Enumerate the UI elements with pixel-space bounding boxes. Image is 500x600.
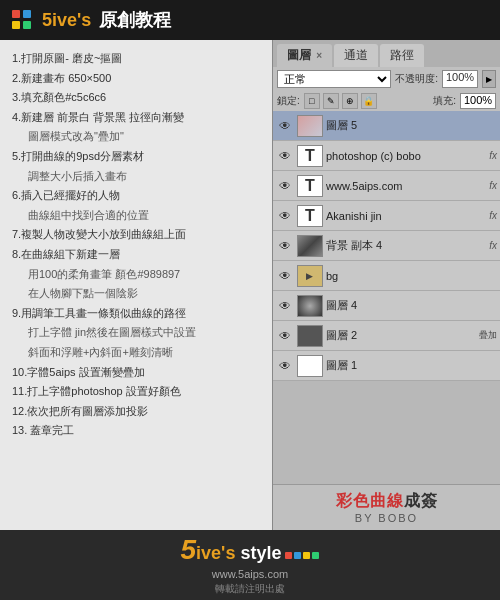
visibility-eye-www5aips[interactable]: 👁 bbox=[276, 177, 294, 195]
fill-label: 填充: bbox=[433, 94, 456, 108]
visibility-eye-layer2[interactable]: 👁 bbox=[276, 327, 294, 345]
layer-item-layer1[interactable]: 👁 圖層 1 bbox=[273, 351, 500, 381]
instruction-6a: 曲線組中找到合適的位置 bbox=[12, 207, 260, 225]
instruction-12: 12.依次把所有圖層添加投影 bbox=[12, 403, 260, 421]
instruction-8a: 用100的柔角畫筆 顏色#989897 bbox=[12, 266, 260, 284]
sig-dark-part: 成簽 bbox=[404, 492, 438, 509]
visibility-eye-bg-copy4[interactable]: 👁 bbox=[276, 237, 294, 255]
instruction-4: 4.新建層 前景白 背景黑 拉徑向漸變 bbox=[12, 109, 260, 127]
visibility-eye-akanishi[interactable]: 👁 bbox=[276, 207, 294, 225]
layer-name-akanishi: Akanishi jin bbox=[326, 210, 487, 222]
instruction-4a: 圖層模式改為"疊加" bbox=[12, 128, 260, 146]
lock-paint-icon[interactable]: ✎ bbox=[323, 93, 339, 109]
visibility-eye-layer4[interactable]: 👁 bbox=[276, 297, 294, 315]
instruction-9a: 打上字體 jin然後在圖層樣式中設置 bbox=[12, 324, 260, 342]
layer-fx-www5aips: fx bbox=[489, 180, 497, 191]
footer-logo: 5 ive's style bbox=[181, 534, 320, 566]
visibility-eye-layer1[interactable]: 👁 bbox=[276, 357, 294, 375]
tab-paths[interactable]: 路徑 bbox=[380, 44, 424, 67]
layer-thumb-photoshop-bobo: T bbox=[297, 145, 323, 167]
instruction-5: 5.打開曲線的9psd分層素材 bbox=[12, 148, 260, 166]
tab-layers[interactable]: 圖層 × bbox=[277, 44, 332, 67]
signature-main: 彩色曲線成簽 bbox=[281, 491, 492, 512]
instruction-8b: 在人物腳下點一個陰影 bbox=[12, 285, 260, 303]
footer-copyright: 轉載請注明出處 bbox=[215, 582, 285, 596]
header-subtitle: 原創教程 bbox=[99, 8, 171, 32]
layer-name-www5aips: www.5aips.com bbox=[326, 180, 487, 192]
footer-dot-blue bbox=[294, 552, 301, 559]
lock-move-icon[interactable]: ⊕ bbox=[342, 93, 358, 109]
opacity-value[interactable]: 100% bbox=[442, 70, 478, 88]
instruction-10: 10.字體5aips 設置漸變疊加 bbox=[12, 364, 260, 382]
content-area: 1.打開原圖- 磨皮~摳圖 2.新建畫布 650×500 3.填充顏色#c5c6… bbox=[0, 40, 500, 530]
layer-item-bg-copy4[interactable]: 👁 背景 副本 4 fx bbox=[273, 231, 500, 261]
instruction-7: 7.複製人物改變大小放到曲線組上面 bbox=[12, 226, 260, 244]
footer: 5 ive's style www.5aips.com 轉載請注明出處 bbox=[0, 530, 500, 600]
layer-thumb-layer1 bbox=[297, 355, 323, 377]
instructions-panel: 1.打開原圖- 磨皮~摳圖 2.新建畫布 650×500 3.填充顏色#c5c6… bbox=[0, 40, 272, 530]
instruction-13: 13. 蓋章完工 bbox=[12, 422, 260, 440]
logo-dot-blue bbox=[23, 10, 31, 18]
blend-mode-select[interactable]: 正常 bbox=[277, 70, 391, 88]
layer-thumb-akanishi: T bbox=[297, 205, 323, 227]
visibility-eye-layer5[interactable]: 👁 bbox=[276, 117, 294, 135]
layer-name-layer4: 圖層 4 bbox=[326, 298, 497, 313]
instruction-11: 11.打上字體photoshop 設置好顏色 bbox=[12, 383, 260, 401]
panel-tabs: 圖層 × 通道 路徑 bbox=[273, 40, 500, 67]
layer-item-bg-folder[interactable]: 👁 ▶ bg bbox=[273, 261, 500, 291]
instruction-6: 6.插入已經擺好的人物 bbox=[12, 187, 260, 205]
layer-item-layer2[interactable]: 👁 圖層 2 疊加 bbox=[273, 321, 500, 351]
layer-thumb-bg-copy4 bbox=[297, 235, 323, 257]
visibility-eye-photoshop-bobo[interactable]: 👁 bbox=[276, 147, 294, 165]
lock-transparent-icon[interactable]: □ bbox=[304, 93, 320, 109]
main-container: 5ive's 原創教程 1.打開原圖- 磨皮~摳圖 2.新建畫布 650×500… bbox=[0, 0, 500, 600]
layer-thumb-layer4 bbox=[297, 295, 323, 317]
layer-item-photoshop-bobo[interactable]: 👁 T photoshop (c) bobo fx bbox=[273, 141, 500, 171]
logo-area: 5ive's 原創教程 bbox=[12, 8, 171, 32]
visibility-eye-bg-folder[interactable]: 👁 bbox=[276, 267, 294, 285]
lock-row: 鎖定: □ ✎ ⊕ 🔒 填充: 100% bbox=[273, 91, 500, 111]
tab-close-icon[interactable]: × bbox=[316, 50, 322, 61]
footer-dot-green bbox=[312, 552, 319, 559]
layer-name-layer2: 圖層 2 bbox=[326, 328, 477, 343]
lock-all-icon[interactable]: 🔒 bbox=[361, 93, 377, 109]
lock-icons: □ ✎ ⊕ 🔒 bbox=[304, 93, 377, 109]
header-brand: 5ive's bbox=[42, 10, 91, 31]
layer-item-layer4[interactable]: 👁 圖層 4 bbox=[273, 291, 500, 321]
instruction-8: 8.在曲線組下新建一層 bbox=[12, 246, 260, 264]
tab-channels[interactable]: 通道 bbox=[334, 44, 378, 67]
instruction-9b: 斜面和浮雕+內斜面+雕刻清晰 bbox=[12, 344, 260, 362]
fill-value[interactable]: 100% bbox=[460, 93, 496, 109]
layers-list: 👁 圖層 5 👁 T photoshop (c) bobo fx 👁 bbox=[273, 111, 500, 484]
opacity-label: 不透明度: bbox=[395, 72, 438, 86]
right-panel-signature: 彩色曲線成簽 BY BOBO bbox=[273, 484, 500, 530]
layer-item-www5aips[interactable]: 👁 T www.5aips.com fx bbox=[273, 171, 500, 201]
layer-thumb-www5aips: T bbox=[297, 175, 323, 197]
layer-name-bg-copy4: 背景 副本 4 bbox=[326, 238, 487, 253]
logo-grid bbox=[12, 10, 32, 30]
instruction-1: 1.打開原圖- 磨皮~摳圖 bbox=[12, 50, 260, 68]
layer-fx-akanishi: fx bbox=[489, 210, 497, 221]
footer-logo-text: ive's style bbox=[196, 543, 281, 564]
layer-fx-bg-copy4: fx bbox=[489, 240, 497, 251]
layer-blend-layer2: 疊加 bbox=[479, 329, 497, 342]
layer-fx-photoshop-bobo: fx bbox=[489, 150, 497, 161]
layer-name-photoshop-bobo: photoshop (c) bobo bbox=[326, 150, 487, 162]
layer-name-bg-folder: bg bbox=[326, 270, 497, 282]
layer-item-layer5[interactable]: 👁 圖層 5 bbox=[273, 111, 500, 141]
layer-item-akanishi[interactable]: 👁 T Akanishi jin fx bbox=[273, 201, 500, 231]
sig-color-part: 彩色曲線 bbox=[336, 492, 404, 509]
opacity-arrow[interactable]: ▶ bbox=[482, 70, 496, 88]
logo-dot-green bbox=[23, 21, 31, 29]
footer-dot-yellow bbox=[303, 552, 310, 559]
layer-thumb-layer2 bbox=[297, 325, 323, 347]
blend-mode-row: 正常 不透明度: 100% ▶ bbox=[273, 67, 500, 91]
footer-url: www.5aips.com bbox=[212, 568, 288, 580]
footer-dot-red bbox=[285, 552, 292, 559]
instruction-9: 9.用調筆工具畫一條類似曲線的路徑 bbox=[12, 305, 260, 323]
layer-name-layer1: 圖層 1 bbox=[326, 358, 497, 373]
footer-logo-5: 5 bbox=[181, 534, 197, 566]
logo-dot-red bbox=[12, 10, 20, 18]
instruction-2: 2.新建畫布 650×500 bbox=[12, 70, 260, 88]
instruction-3: 3.填充顏色#c5c6c6 bbox=[12, 89, 260, 107]
